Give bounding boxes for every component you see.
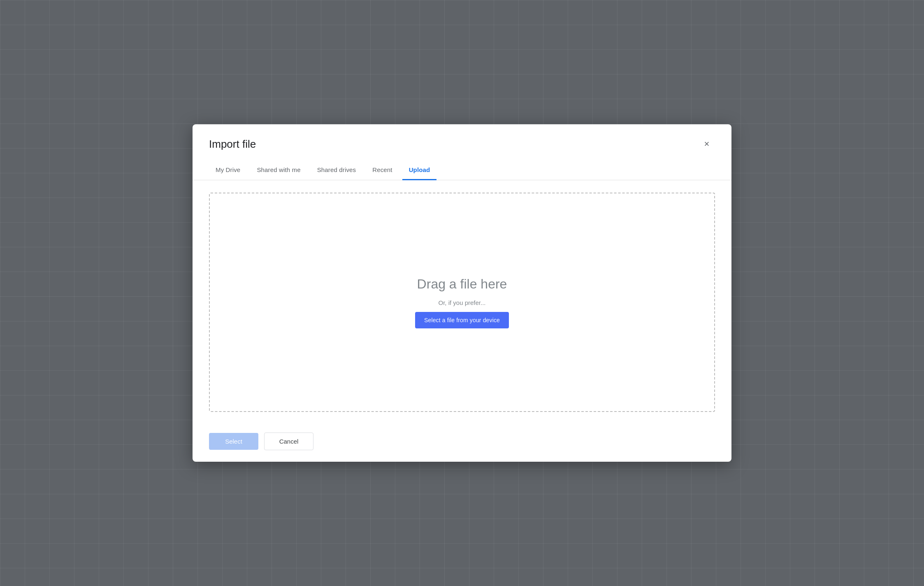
tabs-container: My Drive Shared with me Shared drives Re… (193, 160, 731, 180)
tab-shared-with-me[interactable]: Shared with me (250, 160, 307, 180)
cancel-button[interactable]: Cancel (264, 433, 313, 450)
modal-header: Import file × (193, 124, 731, 152)
select-device-button[interactable]: Select a file from your device (415, 312, 509, 328)
tab-upload[interactable]: Upload (402, 160, 437, 180)
drag-text: Drag a file here (417, 277, 507, 292)
or-text: Or, if you prefer... (438, 299, 485, 306)
modal-title: Import file (209, 138, 256, 151)
modal-overlay: Import file × My Drive Shared with me Sh… (0, 0, 924, 586)
drop-zone[interactable]: Drag a file here Or, if you prefer... Se… (209, 193, 715, 412)
modal-footer: Select Cancel (193, 424, 731, 462)
tab-shared-drives[interactable]: Shared drives (311, 160, 363, 180)
modal-body: Drag a file here Or, if you prefer... Se… (193, 180, 731, 424)
tab-recent[interactable]: Recent (366, 160, 399, 180)
import-file-modal: Import file × My Drive Shared with me Sh… (193, 124, 731, 462)
tab-my-drive[interactable]: My Drive (209, 160, 247, 180)
close-button[interactable]: × (699, 136, 715, 152)
select-button[interactable]: Select (209, 433, 258, 450)
